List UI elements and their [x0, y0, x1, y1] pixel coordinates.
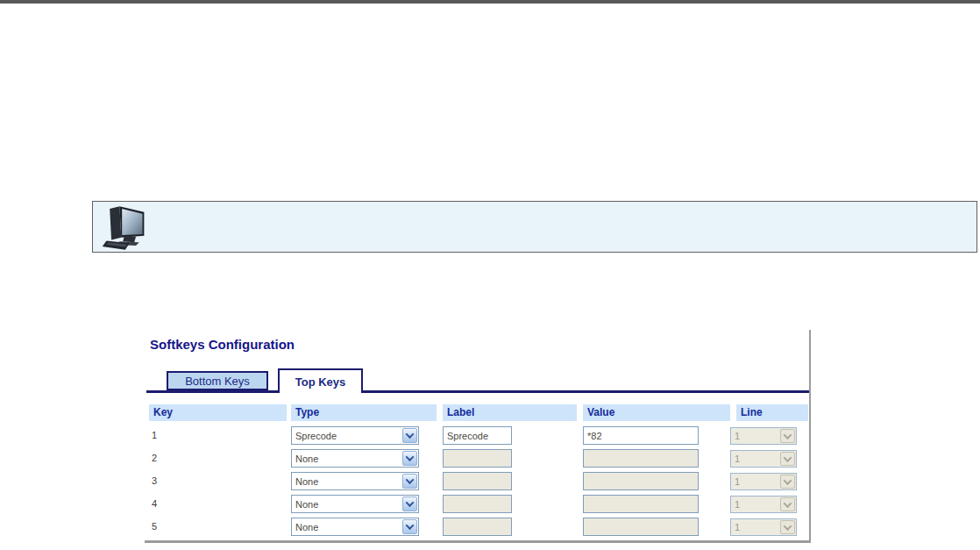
label-input — [443, 518, 512, 536]
line-select-value: 1 — [731, 522, 779, 532]
value-input — [583, 472, 699, 490]
page-top-rule — [0, 0, 980, 4]
value-input — [583, 518, 699, 536]
tab-bottom-keys[interactable]: Bottom Keys — [167, 371, 268, 390]
line-select-value: 1 — [731, 454, 779, 464]
line-select-value: 1 — [731, 431, 779, 441]
column-header-label: Label — [443, 404, 577, 421]
chevron-down-icon — [406, 453, 415, 461]
type-select-value: None — [292, 522, 401, 532]
type-select[interactable]: None — [291, 472, 419, 490]
chevron-down-icon — [406, 521, 415, 530]
type-select[interactable]: Sprecode — [291, 426, 419, 445]
column-header-type: Type — [291, 404, 437, 421]
computer-icon — [100, 204, 149, 251]
type-select-value: None — [292, 499, 401, 510]
softkey-row: 5 None 1 — [145, 518, 811, 537]
chevron-down-icon — [784, 454, 792, 462]
label-input — [443, 449, 512, 468]
softkey-row: 3 None 1 — [145, 472, 811, 491]
softkey-row: 4 None 1 — [145, 495, 811, 514]
type-select-value: None — [292, 454, 401, 464]
line-select: 1 — [730, 450, 797, 468]
dropdown-button[interactable] — [402, 428, 417, 443]
dropdown-button[interactable] — [402, 519, 417, 534]
dropdown-button[interactable] — [402, 474, 417, 489]
chevron-down-icon — [784, 522, 792, 531]
type-select[interactable]: None — [291, 495, 419, 513]
dropdown-button — [780, 475, 795, 489]
line-select-value: 1 — [731, 499, 779, 510]
dropdown-button[interactable] — [402, 451, 417, 466]
page-title: Softkeys Configuration — [150, 337, 295, 352]
page: Softkeys Configuration Bottom Keys Top K… — [0, 0, 980, 550]
note-box — [92, 201, 977, 253]
tab-underline — [146, 390, 809, 393]
label-input — [443, 472, 512, 490]
line-select: 1 — [730, 427, 797, 445]
type-select[interactable]: None — [291, 518, 419, 536]
dropdown-button — [780, 520, 795, 534]
chevron-down-icon — [406, 430, 415, 439]
label-input — [443, 495, 512, 513]
key-number: 5 — [152, 521, 157, 532]
chevron-down-icon — [784, 431, 792, 439]
chevron-down-icon — [784, 499, 792, 508]
dropdown-button[interactable] — [402, 496, 417, 511]
key-number: 1 — [152, 430, 157, 440]
softkey-row: 1 Sprecode 1 — [145, 426, 811, 446]
chevron-down-icon — [784, 476, 792, 485]
line-select-value: 1 — [731, 476, 779, 487]
value-input[interactable] — [583, 426, 699, 445]
label-input[interactable] — [443, 426, 512, 445]
type-select[interactable]: None — [291, 449, 419, 468]
softkey-row: 2 None 1 — [145, 449, 811, 468]
chevron-down-icon — [406, 498, 415, 507]
value-input — [583, 495, 699, 513]
chevron-down-icon — [406, 475, 415, 484]
line-select: 1 — [730, 473, 797, 490]
column-header-line: Line — [736, 404, 808, 421]
tab-top-keys[interactable]: Top Keys — [278, 368, 363, 393]
type-select-value: None — [292, 476, 401, 487]
dropdown-button — [780, 497, 795, 511]
dropdown-button — [780, 429, 795, 443]
key-number: 3 — [152, 475, 157, 486]
dropdown-button — [780, 452, 795, 466]
key-number: 4 — [152, 498, 157, 509]
column-header-key: Key — [149, 404, 287, 421]
value-input — [583, 449, 699, 468]
key-number: 2 — [152, 453, 157, 463]
line-select: 1 — [730, 496, 797, 513]
type-select-value: Sprecode — [292, 431, 401, 441]
column-header-value: Value — [583, 404, 730, 421]
softkeys-configuration-panel: Softkeys Configuration Bottom Keys Top K… — [145, 330, 811, 543]
line-select: 1 — [730, 518, 797, 536]
